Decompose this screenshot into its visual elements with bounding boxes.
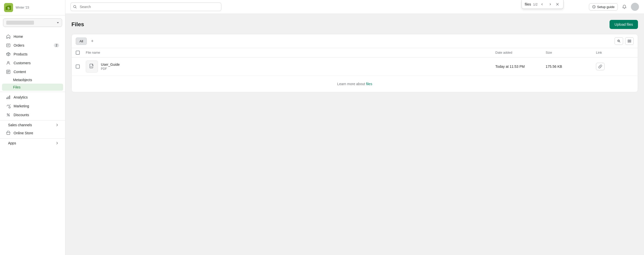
store-icon [6, 131, 11, 135]
apps-label: Apps [8, 141, 16, 145]
sidebar-item-orders[interactable]: Orders 2 [2, 41, 63, 50]
sidebar-item-orders-label: Orders [14, 43, 24, 47]
svg-point-8 [9, 107, 10, 108]
header-link: Link [596, 51, 634, 55]
find-bar: files 1/2 [521, 0, 564, 9]
table-header: File name Date added Size Link [72, 48, 638, 57]
find-prev-button[interactable] [540, 2, 545, 7]
sales-channels-label: Sales channels [8, 123, 32, 127]
nav-main: Home Orders 2 Products Customers [0, 30, 65, 149]
learn-more-text: Learn more about [337, 82, 366, 86]
svg-point-3 [8, 61, 9, 63]
svg-rect-2 [7, 44, 10, 47]
nav-divider-1 [0, 92, 65, 92]
sidebar-item-files-label: Files [13, 85, 21, 89]
find-next-button[interactable] [547, 2, 553, 7]
svg-point-9 [7, 114, 8, 115]
apps-section[interactable]: Apps [2, 140, 63, 147]
sidebar-item-home[interactable]: Home [2, 32, 63, 41]
sidebar-item-customers[interactable]: Customers [2, 59, 63, 67]
tab-all[interactable]: All [76, 38, 87, 45]
discounts-icon [6, 113, 11, 117]
link-icon [598, 65, 602, 69]
find-bar-query: files [525, 2, 531, 6]
svg-rect-16 [628, 41, 629, 42]
sidebar-item-online-store-label: Online Store [14, 131, 33, 135]
sidebar-item-content[interactable]: Content [2, 68, 63, 76]
toolbar-right [615, 37, 634, 45]
customers-icon [6, 61, 11, 65]
file-size: 175.56 KB [546, 65, 596, 69]
add-filter-button[interactable]: + [89, 38, 96, 45]
header-file-name: File name [86, 51, 495, 55]
setup-guide-label: Setup guide [597, 5, 615, 9]
guide-icon [592, 5, 596, 9]
sidebar-item-discounts-label: Discounts [14, 113, 29, 117]
analytics-icon [6, 95, 11, 100]
chevron-right-icon [55, 123, 59, 127]
svg-rect-14 [628, 40, 629, 41]
page-content-area: Files Upload files All + [65, 14, 644, 255]
search-input[interactable] [70, 3, 221, 11]
sidebar-item-home-label: Home [14, 35, 23, 39]
sidebar-header: S Winter '23 [0, 0, 65, 15]
notifications-button[interactable] [621, 3, 628, 10]
sidebar-item-discounts[interactable]: Discounts [2, 111, 63, 119]
file-info: User_Guide PDF [86, 60, 495, 73]
svg-rect-17 [630, 41, 631, 42]
svg-rect-6 [8, 97, 9, 99]
sidebar-item-products[interactable]: Products [2, 50, 63, 58]
topbar-right: Setup guide [589, 3, 639, 11]
shopify-logo-icon: S [4, 3, 13, 12]
sidebar-item-products-label: Products [14, 52, 27, 56]
card-toolbar: All + [72, 34, 638, 48]
file-details: User_Guide PDF [101, 62, 120, 71]
marketing-icon [6, 104, 11, 108]
sidebar-item-marketing-label: Marketing [14, 104, 29, 108]
svg-point-10 [9, 115, 10, 116]
nav-divider-3 [0, 138, 65, 139]
content-icon [6, 70, 11, 74]
sidebar: S Winter '23 Home Orders 2 [0, 0, 65, 255]
learn-more-section: Learn more about files [72, 76, 638, 92]
topbar: files 1/2 Setup guide [65, 0, 644, 14]
pdf-icon [89, 63, 95, 70]
main-content: files 1/2 Setup guide Files [65, 0, 644, 255]
page-header: Files Upload files [71, 20, 638, 29]
svg-text:S: S [8, 6, 10, 10]
chevron-down-icon [57, 22, 59, 23]
svg-rect-15 [630, 40, 631, 41]
file-date: Today at 11:53 PM [495, 65, 546, 69]
home-icon [6, 34, 11, 39]
row-checkbox[interactable] [76, 65, 80, 69]
copy-link-button[interactable] [596, 63, 605, 70]
sidebar-item-marketing[interactable]: Marketing [2, 102, 63, 110]
row-checkbox-cell [76, 65, 86, 69]
table-row: User_Guide PDF Today at 11:53 PM 175.56 … [72, 57, 638, 76]
setup-guide-button[interactable]: Setup guide [589, 3, 618, 11]
sidebar-item-online-store[interactable]: Online Store [2, 129, 63, 137]
page-title: Files [71, 21, 84, 28]
sidebar-item-customers-label: Customers [14, 61, 31, 65]
select-all-checkbox[interactable] [76, 51, 80, 55]
find-bar-count: 1/2 [533, 3, 538, 6]
file-type: PDF [101, 67, 120, 71]
store-selector[interactable] [3, 18, 62, 27]
learn-more-link[interactable]: files [366, 82, 372, 86]
sidebar-item-files[interactable]: Files [2, 84, 63, 91]
file-thumbnail [86, 60, 98, 73]
nav-divider-2 [0, 120, 65, 120]
sidebar-item-content-label: Content [14, 70, 26, 74]
header-date-added: Date added [495, 51, 546, 55]
sidebar-item-metaobjects[interactable]: Metaobjects [2, 76, 63, 83]
avatar[interactable] [631, 3, 639, 11]
orders-icon [6, 43, 11, 48]
store-name [6, 21, 34, 25]
view-options-button[interactable] [625, 37, 634, 45]
upload-files-button[interactable]: Upload files [610, 20, 638, 29]
filter-search-icon [617, 39, 621, 43]
search-filter-button[interactable] [615, 37, 623, 45]
sales-channels-section[interactable]: Sales channels [2, 121, 63, 129]
find-bar-close-button[interactable] [555, 2, 560, 7]
sidebar-item-analytics[interactable]: Analytics [2, 93, 63, 102]
